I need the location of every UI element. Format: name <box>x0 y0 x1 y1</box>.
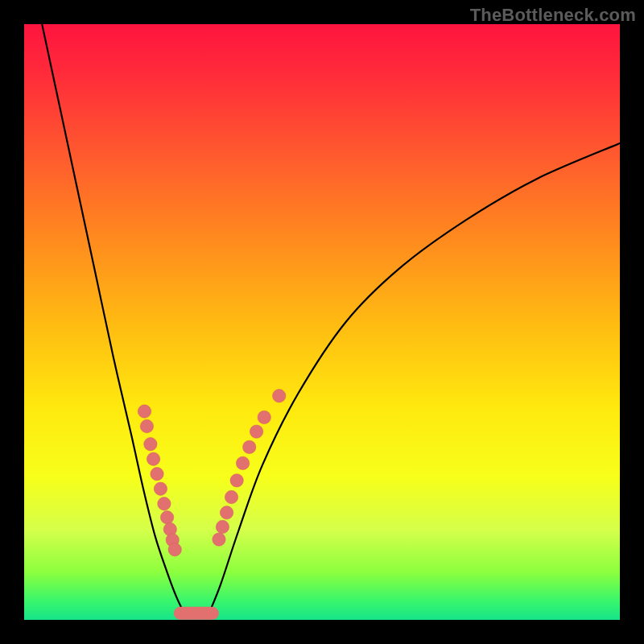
data-point-dot <box>151 468 163 481</box>
data-point-dot <box>144 438 157 451</box>
data-point-dot <box>168 543 181 555</box>
data-point-dot <box>258 411 270 423</box>
data-point-dot <box>216 520 229 533</box>
chart-svg <box>24 24 620 620</box>
data-point-dot <box>154 482 167 495</box>
data-point-dot <box>147 452 159 465</box>
data-point-dot <box>273 390 286 402</box>
left-branch-curve <box>42 24 184 613</box>
right-branch-curve <box>210 143 620 611</box>
data-point-dot <box>158 497 171 510</box>
right-branch-dots <box>213 390 286 547</box>
data-point-dot <box>138 405 151 418</box>
watermark-text: TheBottleneck.com <box>470 5 636 26</box>
data-point-dot <box>243 440 256 453</box>
data-point-dot <box>213 533 225 546</box>
data-point-dot <box>220 506 233 519</box>
data-point-dot <box>230 474 243 487</box>
data-point-dot <box>236 456 249 469</box>
image-root: { "watermark": "TheBottleneck.com", "cha… <box>0 0 644 644</box>
data-point-dot <box>140 419 153 432</box>
plot-area <box>24 24 620 620</box>
data-point-dot <box>250 425 262 438</box>
data-point-dot <box>225 490 237 503</box>
data-point-dot <box>160 511 173 524</box>
left-branch-dots <box>138 405 181 556</box>
